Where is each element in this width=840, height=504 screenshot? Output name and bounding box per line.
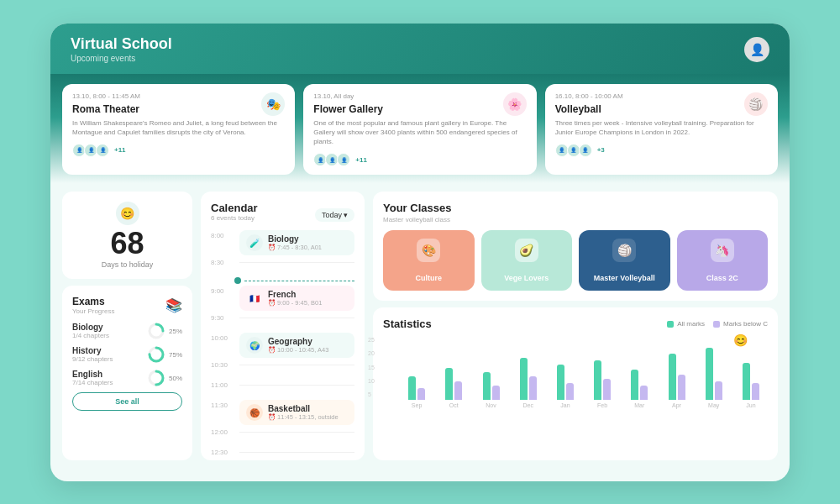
cal-event-biology[interactable]: 🧪 Biology ⏰ 7:45 - 8:30, A01	[239, 230, 354, 255]
chevron-down-icon: ▾	[344, 211, 348, 219]
basketball-event-info: Basketball ⏰ 11:45 - 13:15, outside	[268, 404, 339, 421]
french-event-icon: 🇫🇷	[246, 290, 263, 307]
cal-event-french[interactable]: 🇫🇷 French ⏰ 9:00 - 9:45, B01	[239, 286, 354, 311]
stats-legend: All marks Marks below C	[667, 320, 768, 328]
theater-icon: 🎭	[261, 92, 285, 116]
exam-name-history: History	[72, 346, 113, 355]
event-title-volleyball: Volleyball	[555, 103, 768, 115]
bars-feb	[594, 339, 611, 400]
time-label-1230: 12:30	[211, 447, 234, 456]
geography-event-icon: 🌍	[246, 337, 263, 354]
bar-green-mar	[631, 370, 638, 400]
bars-sep	[408, 339, 425, 400]
time-label-1100: 11:00	[211, 380, 234, 389]
legend-all-marks: All marks	[667, 320, 705, 328]
now-dashed	[244, 281, 354, 281]
bar-group-jun: Jun	[734, 339, 768, 408]
bar-group-jan: Jan	[549, 339, 582, 408]
exam-name-biology: Biology	[72, 323, 109, 332]
bar-purple-jan	[566, 383, 574, 400]
cal-event-basketball[interactable]: 🏀 Basketball ⏰ 11:45 - 13:15, outside	[239, 400, 354, 425]
bar-green-sep	[408, 376, 416, 400]
bar-group-nov: Nov	[474, 339, 507, 408]
bar-purple-oct	[454, 381, 462, 400]
exam-percent-english: 50%	[169, 375, 182, 382]
time-slot-930: 9:30	[211, 312, 354, 331]
exam-chapters-biology: 1/4 chapters	[72, 332, 109, 339]
today-button[interactable]: Today ▾	[315, 208, 354, 222]
time-label-900: 9:00	[211, 286, 234, 295]
event-avatars-theater: 👤 👤 👤 +11	[72, 144, 285, 157]
class-name-vege: Vege Lovers	[504, 274, 549, 282]
class-item-vege[interactable]: 🥑 Vege Lovers	[481, 230, 573, 291]
bar-group-oct: Oct	[437, 339, 470, 408]
avatar-3: 👤	[96, 144, 109, 157]
time-label-930: 9:30	[211, 312, 234, 322]
class-item-master[interactable]: 🏐 Master Volleyball	[579, 230, 670, 291]
event-avatars-volleyball: 👤 👤 👤 +3	[555, 144, 768, 157]
bars-may	[706, 339, 722, 400]
stats-header: Statistics All marks Marks below C	[383, 318, 768, 330]
timeline: 8:00 🧪 Biology ⏰ 7:45 - 8:30, A01 8:30	[211, 230, 354, 460]
time-slot-800: 8:00 🧪 Biology ⏰ 7:45 - 8:30, A01	[211, 230, 354, 255]
bar-purple-apr	[678, 375, 685, 400]
event-card-theater[interactable]: 🎭 13.10, 8:00 - 11:45 AM Roma Theater In…	[62, 84, 295, 176]
stats-title: Statistics	[383, 318, 432, 330]
exam-item-biology: Biology 1/4 chapters 25%	[72, 322, 182, 340]
y-label-25: 25	[368, 337, 375, 343]
exam-progress-history: 75%	[147, 345, 182, 364]
exams-card: Exams Your Progress 📚 Biology 1/4 chapte…	[62, 286, 192, 460]
classes-subtitle: Master volleyball class	[383, 216, 768, 223]
bar-green-jan	[557, 365, 564, 400]
time-slot-1000: 10:00 🌍 Geography ⏰ 10:00 - 10:45, A43	[211, 333, 354, 358]
exam-progress-english: 50%	[147, 369, 182, 387]
avatar[interactable]: 👤	[744, 37, 769, 62]
classes-title: Your Classes	[383, 202, 768, 214]
biology-event-info: Biology ⏰ 7:45 - 8:30, A01	[268, 234, 322, 251]
vege-icon: 🥑	[515, 239, 538, 262]
geography-event-name: Geography	[268, 337, 328, 346]
dashboard: Virtual School Upcoming events 👤 🎭 13.10…	[50, 24, 790, 481]
see-all-button[interactable]: See all	[72, 392, 182, 411]
exam-item-english: English 7/14 chapters 50%	[72, 369, 182, 387]
happy-emoji: 😊	[733, 333, 748, 347]
geography-event-time: ⏰ 10:00 - 10:45, A43	[268, 346, 328, 354]
culture-icon: 🎨	[417, 239, 440, 262]
calendar-title-wrap: Calendar 6 events today	[211, 202, 258, 228]
progress-ring-history	[147, 345, 165, 364]
chart-label-oct: Oct	[449, 402, 459, 408]
bar-purple-may	[715, 381, 722, 400]
basketball-event-name: Basketball	[268, 404, 339, 413]
class-item-class2c[interactable]: 🦄 Class 2C	[677, 230, 769, 291]
calendar-panel: Calendar 6 events today Today ▾ 8:00 🧪 B…	[201, 192, 365, 460]
bar-purple-dec	[529, 376, 537, 400]
exam-chapters-history: 9/12 chapters	[72, 355, 113, 363]
bar-group-mar: Mar	[622, 339, 656, 408]
bars-mar	[631, 339, 648, 400]
calendar-title: Calendar	[211, 202, 258, 214]
basketball-event-icon: 🏀	[246, 404, 263, 421]
event-card-volleyball[interactable]: 🏐 16.10, 8:00 - 10:00 AM Volleyball Thre…	[545, 84, 778, 176]
class-item-culture[interactable]: 🎨 Culture	[383, 230, 475, 291]
legend-below-c: Marks below C	[713, 320, 768, 328]
event-card-flower[interactable]: 🌸 13.10, All day Flower Gallery One of t…	[303, 84, 536, 176]
class-name-master: Master Volleyball	[594, 274, 655, 282]
bar-group-apr: Apr	[659, 339, 693, 408]
header: Virtual School Upcoming events 👤	[50, 24, 790, 74]
time-slot-1030: 10:30	[211, 360, 354, 378]
app-subtitle: Upcoming events	[71, 54, 172, 63]
bar-green-nov	[483, 372, 491, 400]
bar-group-dec: Dec	[512, 339, 545, 408]
y-label-10: 10	[368, 378, 375, 384]
avatar-v3: 👤	[579, 144, 592, 157]
chart-label-may: May	[708, 402, 719, 408]
master-icon: 🏐	[612, 239, 636, 262]
exam-percent-history: 75%	[169, 351, 182, 359]
cal-event-geography[interactable]: 🌍 Geography ⏰ 10:00 - 10:45, A43	[239, 333, 354, 358]
chart-label-dec: Dec	[522, 402, 533, 408]
divider-930	[239, 318, 354, 318]
time-slot-830: 8:30	[211, 257, 354, 276]
days-label: Days to holiday	[72, 260, 182, 269]
avatar-f3: 👤	[337, 153, 350, 166]
bars-jun	[743, 339, 759, 400]
